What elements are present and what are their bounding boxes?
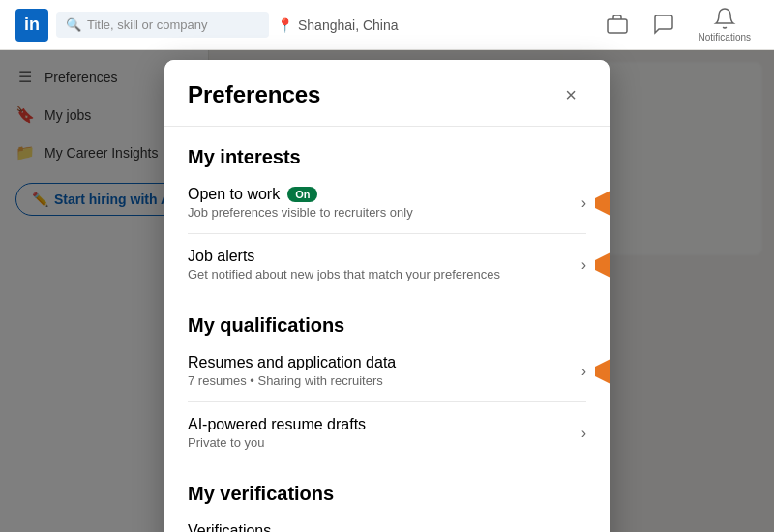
search-box[interactable]: 🔍 Title, skill or company: [56, 12, 269, 38]
open-to-work-row[interactable]: Open to work On Job preferences visible …: [188, 172, 586, 234]
ai-drafts-content: AI-powered resume drafts Private to you: [188, 416, 581, 450]
ai-drafts-title: AI-powered resume drafts: [188, 416, 581, 433]
preferences-modal: Preferences × My interests Open to work …: [164, 60, 610, 532]
modal-body: My interests Open to work On Job prefere…: [164, 146, 610, 532]
job-alerts-arrow: ›: [581, 256, 586, 274]
open-to-work-subtitle: Job preferences visible to recruiters on…: [188, 205, 581, 220]
nav-messaging[interactable]: [644, 9, 683, 42]
modal-title: Preferences: [188, 81, 320, 108]
nav-icon-group: Notifications: [598, 3, 759, 46]
interests-heading: My interests: [188, 146, 586, 168]
resumes-content: Resumes and application data 7 resumes •…: [188, 354, 581, 388]
svg-rect-0: [608, 19, 627, 33]
resumes-subtitle: 7 resumes • Sharing with recruiters: [188, 373, 581, 388]
job-alerts-subtitle: Get notified about new jobs that match y…: [188, 267, 581, 281]
annotation-arrow-3: [595, 354, 610, 389]
verifications-title: Verifications: [188, 522, 581, 532]
job-alerts-row[interactable]: Job alerts Get notified about new jobs t…: [188, 234, 586, 295]
job-alerts-content: Job alerts Get notified about new jobs t…: [188, 248, 581, 281]
qualifications-section: My qualifications Resumes and applicatio…: [188, 314, 586, 463]
open-to-work-arrow: ›: [581, 194, 586, 212]
annotation-arrow-2: [595, 248, 610, 282]
verifications-heading: My verifications: [188, 483, 586, 505]
open-to-work-toggle: On: [287, 187, 317, 202]
ai-drafts-row[interactable]: AI-powered resume drafts Private to you …: [188, 402, 586, 463]
resumes-row[interactable]: Resumes and application data 7 resumes •…: [188, 340, 586, 402]
nav-notifications[interactable]: Notifications: [691, 3, 759, 46]
linkedin-logo: in: [15, 9, 48, 42]
resumes-title: Resumes and application data: [188, 354, 581, 371]
location-text: Shanghai, China: [298, 17, 399, 33]
annotation-arrow-1: [595, 186, 610, 221]
qualifications-heading: My qualifications: [188, 314, 586, 337]
open-to-work-title: Open to work On: [188, 186, 581, 203]
verifications-section: My verifications Verifications Hirers ca…: [188, 483, 586, 532]
verifications-content: Verifications Hirers can see your verifi…: [188, 522, 581, 532]
job-alerts-title: Job alerts: [188, 248, 581, 265]
location-display: 📍 Shanghai, China: [277, 17, 399, 33]
ai-drafts-arrow: ›: [581, 425, 586, 442]
main-content-area: ☰ Preferences 🔖 My jobs 📁 My Career Insi…: [0, 50, 774, 532]
resumes-arrow: ›: [581, 363, 586, 380]
interests-section: My interests Open to work On Job prefere…: [188, 146, 586, 295]
nav-jobs[interactable]: [598, 9, 637, 42]
location-pin-icon: 📍: [277, 17, 293, 33]
search-placeholder: Title, skill or company: [87, 17, 208, 32]
open-to-work-content: Open to work On Job preferences visible …: [188, 186, 581, 220]
search-icon: 🔍: [66, 17, 81, 32]
modal-header: Preferences ×: [164, 60, 610, 127]
ai-drafts-subtitle: Private to you: [188, 435, 581, 450]
close-button[interactable]: ×: [555, 79, 586, 110]
top-navigation: in 🔍 Title, skill or company 📍 Shanghai,…: [0, 0, 774, 50]
verifications-row[interactable]: Verifications Hirers can see your verifi…: [188, 509, 586, 532]
